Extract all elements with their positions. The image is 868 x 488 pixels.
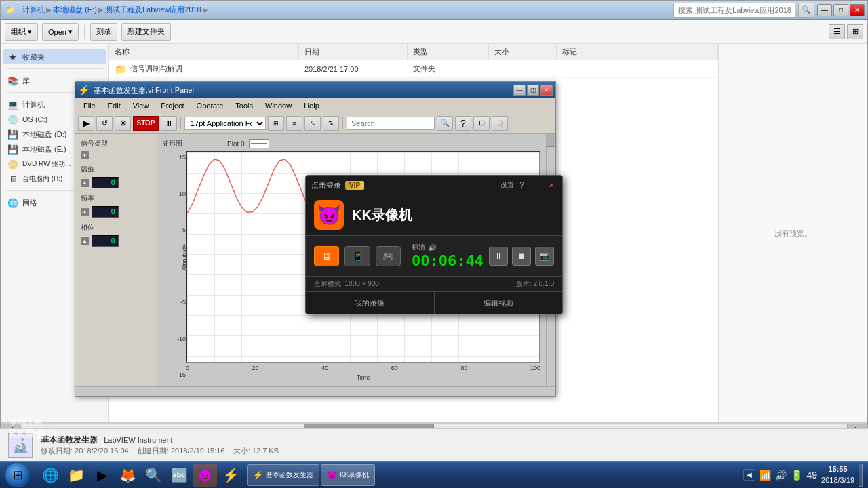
view-buttons: ☰ ⊞ (829, 24, 863, 39)
col-name[interactable]: 名称 (109, 44, 299, 60)
kk-timer-area: 标清 🔊 00:06:44 (412, 243, 484, 269)
search-input[interactable] (673, 3, 795, 18)
lv-close-btn[interactable]: ✕ (540, 85, 553, 96)
taskbar-app-sougou[interactable]: 🔤 (167, 464, 191, 487)
system-clock[interactable]: 15:55 2018/3/19 (821, 464, 854, 485)
col-tag[interactable]: 标记 (557, 44, 718, 60)
file-subtitle: LabVIEW Instrument (104, 436, 173, 444)
kk-info-bar: 全屏模式: 1800 × 900 版本: 2.8.1.0 (306, 276, 562, 291)
run-btn[interactable]: ▶ (78, 116, 94, 131)
taskbar-app-labview[interactable]: ⚡ (218, 464, 243, 487)
lv-minimize-btn[interactable]: — (513, 85, 526, 96)
taskbar-app-search[interactable]: 🔍 (141, 464, 165, 487)
sidebar-item-favorites[interactable]: ★ 收藏夹 (3, 49, 106, 64)
kk-mode-mobile[interactable]: 📱 (344, 246, 370, 266)
view-list-btn[interactable]: ☰ (829, 24, 845, 39)
abort-btn[interactable]: ⊠ (115, 116, 131, 131)
pause-btn[interactable]: ⏸ (161, 116, 177, 131)
bc-drive[interactable]: 本地磁盘 (E:) (53, 5, 97, 15)
kk-login-button[interactable]: 点击登录 (311, 180, 341, 190)
menu-operate[interactable]: Operate (191, 100, 229, 111)
kk-mode-screen[interactable]: 🖥 (314, 246, 339, 266)
lv-layout-btn2[interactable]: ⊞ (492, 116, 508, 131)
minimize-button[interactable]: — (817, 4, 832, 16)
frequency-value[interactable]: 0 (92, 206, 119, 218)
folder-icon: 📁 (115, 64, 126, 75)
kk-close-btn[interactable]: ✕ (546, 180, 557, 190)
lv-search-input[interactable] (347, 117, 435, 130)
taskbar-app-firefox[interactable]: 🦊 (115, 464, 140, 487)
lv-search-btn[interactable]: 🔍 (437, 116, 453, 131)
col-size[interactable]: 大小 (489, 44, 557, 60)
tray-network-icon[interactable]: 📶 (760, 470, 771, 481)
plot-label: Plot 0 (227, 140, 245, 148)
signal-type-down-arrow[interactable]: ▼ (81, 151, 89, 159)
bc-computer[interactable]: 计算机 (22, 5, 45, 15)
lv-help-btn[interactable]: ? (455, 116, 471, 131)
burn-button[interactable]: 刻录 (90, 23, 117, 41)
run-cont-btn[interactable]: ↺ (96, 116, 113, 131)
tray-arrow[interactable]: ◀ (747, 471, 752, 479)
taskbar-win-labview[interactable]: ⚡ 基本函数发生器 (247, 464, 319, 486)
open-button[interactable]: Open ▾ (42, 23, 79, 41)
menu-project[interactable]: Project (155, 100, 189, 111)
view-detail-btn[interactable]: ⊞ (847, 24, 863, 39)
resize-btn[interactable]: ⤡ (304, 116, 321, 131)
reorder-btn[interactable]: ⇅ (323, 116, 339, 131)
frequency-up-arrow[interactable]: ▲ (81, 208, 89, 216)
taskbar-win-kk[interactable]: 😈 KK录像机 (321, 464, 375, 486)
bc-folder[interactable]: 测试工程及Labview应用2018 (105, 5, 201, 15)
taskbar-app-ie[interactable]: 🌐 (38, 464, 62, 487)
close-button[interactable]: ✕ (850, 4, 865, 16)
new-folder-button[interactable]: 新建文件夹 (121, 23, 171, 41)
table-row[interactable]: 📁 信号调制与解调 2018/2/21 17:00 文件夹 (109, 60, 718, 78)
kk-minimize-btn[interactable]: — (530, 180, 540, 190)
kk-taskbar-icon: 😈 (327, 470, 337, 480)
kk-tab-recordings[interactable]: 我的录像 (306, 292, 435, 314)
menu-edit[interactable]: Edit (102, 100, 126, 111)
clock-date: 2018/3/19 (821, 475, 854, 485)
menu-file[interactable]: File (78, 100, 101, 111)
col-date[interactable]: 日期 (299, 44, 408, 60)
kk-mode-game[interactable]: 🎮 (376, 246, 401, 266)
kk-pause-btn[interactable]: ⏸ (489, 247, 508, 266)
start-button[interactable]: ⊞ (0, 462, 35, 488)
search-button[interactable]: 🔍 (798, 3, 814, 18)
menu-window[interactable]: Window (260, 100, 297, 111)
dvd-icon: 📀 (7, 159, 18, 169)
amplitude-value[interactable]: 0 (92, 177, 119, 188)
explorer-titlebar: 📁 计算机 ▶ 本地磁盘 (E:) ▶ 测试工程及Labview应用2018 ▶… (1, 1, 867, 20)
taskbar-app-player[interactable]: ▶ (90, 464, 114, 487)
kk-stop-btn[interactable]: ⏹ (512, 247, 531, 266)
phase-value[interactable]: 0 (92, 235, 119, 247)
stop-button[interactable]: STOP (133, 116, 159, 131)
organize-button[interactable]: 组织 ▾ (5, 23, 38, 41)
tray-notification-icon[interactable]: 49 (806, 470, 817, 481)
kk-tab-edit[interactable]: 编辑视频 (435, 292, 563, 314)
align-btn[interactable]: ⊞ (268, 116, 284, 131)
menu-help[interactable]: Help (298, 100, 325, 111)
font-select[interactable]: 17pt Application Font (184, 117, 266, 130)
kk-settings-btn[interactable]: 设置 (500, 180, 514, 190)
taskbar-app-kk[interactable]: 😈 (193, 464, 217, 487)
labview-hscroll[interactable] (75, 386, 555, 396)
kk-screenshot-btn[interactable]: 📷 (535, 247, 554, 266)
phase-up-arrow[interactable]: ▲ (81, 237, 89, 245)
kk-help-btn[interactable]: ? (519, 180, 524, 190)
menu-view[interactable]: View (127, 100, 155, 111)
distribute-btn[interactable]: ≡ (286, 116, 302, 131)
tray-volume-icon[interactable]: 🔊 (775, 470, 787, 481)
lv-layout-btn[interactable]: ⊟ (473, 116, 490, 131)
tray-battery-icon[interactable]: 🔋 (791, 470, 802, 481)
titlebar-left: 📁 计算机 ▶ 本地磁盘 (E:) ▶ 测试工程及Labview应用2018 ▶ (3, 5, 673, 15)
menu-tools[interactable]: Tools (230, 100, 258, 111)
taskbar-app-explorer[interactable]: 📁 (64, 464, 88, 487)
lv-restore-btn[interactable]: ◫ (527, 85, 539, 96)
file-tag-cell (557, 60, 718, 77)
taskbar-middle: ⚡ 基本函数发生器 😈 KK录像机 (247, 464, 743, 486)
col-type[interactable]: 类型 (408, 44, 489, 60)
maximize-button[interactable]: □ (833, 4, 848, 16)
vscroll-up-btn[interactable] (547, 134, 555, 147)
amplitude-up-arrow[interactable]: ▲ (81, 179, 89, 187)
show-desktop-btn[interactable] (859, 464, 863, 487)
